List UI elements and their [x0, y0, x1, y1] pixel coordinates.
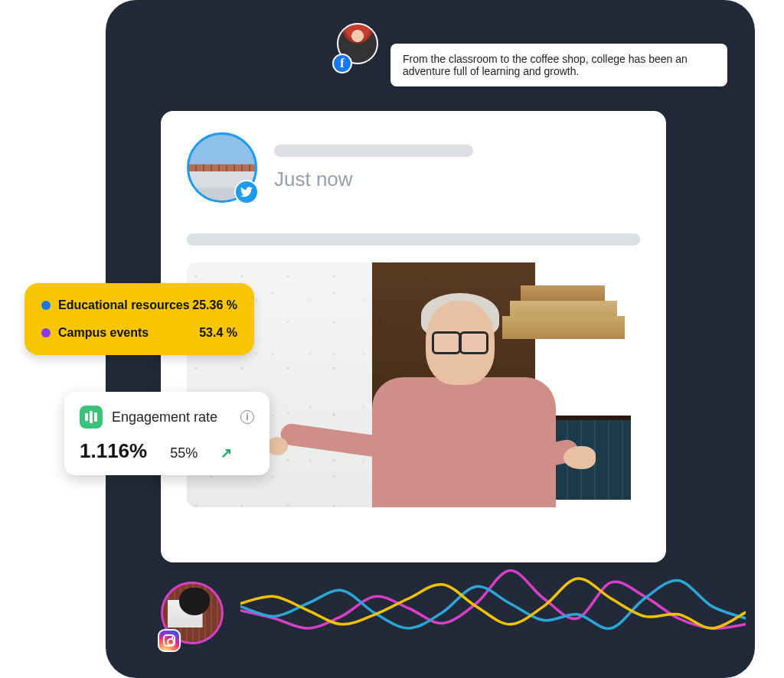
- top-avatar: f: [337, 23, 383, 69]
- stat-label: Campus events: [41, 326, 149, 340]
- twitter-icon: [234, 180, 259, 204]
- engagement-body: 1.116% 55% ↗: [80, 439, 254, 463]
- stat-value: 53.4 %: [199, 326, 237, 340]
- post-header-text: Just now: [274, 145, 473, 191]
- category-stats-card: Educational resources 25.36 % Campus eve…: [24, 283, 254, 355]
- engagement-title: Engagement rate: [112, 409, 217, 425]
- stat-value: 25.36 %: [192, 298, 237, 312]
- engagement-card: Engagement rate i 1.116% 55% ↗: [64, 392, 270, 475]
- comment-text: From the classroom to the coffee shop, c…: [403, 53, 688, 77]
- stat-label: Educational resources: [41, 298, 190, 312]
- stat-row: Campus events 53.4 %: [41, 326, 237, 340]
- post-avatar: [187, 132, 257, 203]
- bottom-avatar: [161, 582, 228, 649]
- chart-series-line: [240, 580, 746, 628]
- post-header: Just now: [187, 132, 640, 203]
- engagement-header: Engagement rate i: [80, 406, 254, 429]
- stat-label-text: Educational resources: [58, 298, 190, 312]
- engagement-value: 1.116%: [80, 439, 147, 463]
- bar-chart-icon: [80, 406, 103, 429]
- legend-dot-icon: [41, 328, 51, 337]
- engagement-delta: 55%: [170, 445, 198, 461]
- placeholder-bar: [274, 145, 473, 157]
- facebook-icon: f: [332, 54, 352, 73]
- trend-up-icon: ↗: [220, 445, 232, 461]
- post-timestamp: Just now: [274, 168, 473, 191]
- instagram-icon: [158, 629, 181, 652]
- legend-dot-icon: [41, 301, 51, 310]
- teacher-figure: [357, 293, 556, 507]
- stat-label-text: Campus events: [58, 326, 149, 340]
- info-icon[interactable]: i: [240, 410, 254, 424]
- placeholder-bar: [187, 233, 640, 246]
- trend-chart: [240, 559, 746, 658]
- comment-bubble: From the classroom to the coffee shop, c…: [390, 44, 727, 86]
- stat-row: Educational resources 25.36 %: [41, 298, 237, 312]
